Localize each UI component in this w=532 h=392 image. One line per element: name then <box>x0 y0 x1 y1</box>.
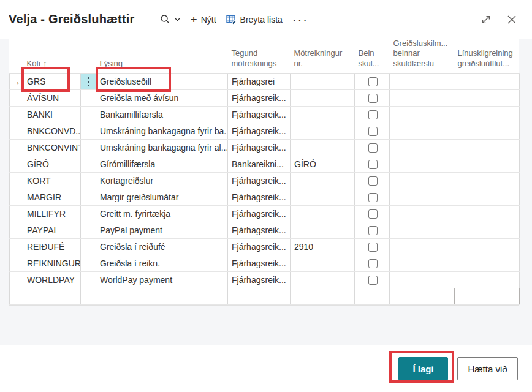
account-no-cell[interactable] <box>291 139 355 156</box>
account-no-cell[interactable] <box>291 123 355 139</box>
expand-button[interactable] <box>478 12 494 28</box>
code-cell[interactable]: BNKCONVINT <box>23 139 81 156</box>
account-no-cell[interactable] <box>291 73 355 89</box>
row-selector-cell[interactable] <box>10 205 23 222</box>
table-row[interactable]: ÁVÍSUNGreiðsla með ávísunFjárhagsreik... <box>10 89 520 106</box>
header-description[interactable]: Lýsing <box>96 39 228 73</box>
direct-debit-checkbox[interactable] <box>368 143 378 153</box>
header-debit-terms[interactable]: Greiðsluskilm... beinnar skuldfærslu <box>390 39 454 73</box>
account-type-cell[interactable]: Fjárhagsreik... <box>228 238 291 255</box>
code-cell[interactable]: GÍRÓ <box>23 156 81 172</box>
account-no-cell[interactable] <box>291 89 355 106</box>
direct-debit-checkbox[interactable] <box>368 77 378 86</box>
direct-debit-cell[interactable] <box>355 189 390 205</box>
row-selector-cell[interactable] <box>10 222 23 238</box>
line-definition-cell[interactable] <box>454 271 520 288</box>
code-cell[interactable]: BANKI <box>23 106 81 123</box>
line-definition-cell[interactable] <box>454 222 520 238</box>
account-type-cell[interactable]: Fjárhagsreik... <box>228 123 291 139</box>
edit-list-button[interactable]: Breyta lista <box>221 10 287 28</box>
account-type-cell[interactable]: Fjárhagsreik... <box>228 172 291 189</box>
description-cell[interactable]: Greitt m. fyrirtækja <box>96 205 228 222</box>
account-no-cell[interactable] <box>291 189 355 205</box>
search-button[interactable] <box>155 10 186 28</box>
direct-debit-checkbox[interactable] <box>368 209 378 219</box>
direct-debit-checkbox[interactable] <box>368 110 378 119</box>
row-selector-cell[interactable] <box>10 189 23 205</box>
direct-debit-cell[interactable] <box>355 271 390 288</box>
new-button[interactable]: + Nýtt <box>186 11 221 28</box>
direct-debit-cell[interactable] <box>355 255 390 271</box>
debit-terms-cell[interactable] <box>390 172 454 189</box>
description-cell[interactable]: Greiðsla í reiðufé <box>96 238 228 255</box>
table-row[interactable]: MILLIFYRGreitt m. fyrirtækjaFjárhagsreik… <box>10 205 520 222</box>
direct-debit-checkbox[interactable] <box>368 160 378 169</box>
row-options-cell[interactable] <box>81 238 96 255</box>
table-row[interactable]: MARGIRMargir greiðslumátarFjárhagsreik..… <box>10 189 520 205</box>
description-cell[interactable]: Kortagreiðslur <box>96 172 228 189</box>
line-definition-cell[interactable] <box>454 205 520 222</box>
direct-debit-cell[interactable] <box>355 172 390 189</box>
row-selector-cell[interactable] <box>10 271 23 288</box>
direct-debit-cell[interactable] <box>355 139 390 156</box>
description-cell[interactable]: Greiðsla með ávísun <box>96 89 228 106</box>
debit-terms-cell[interactable] <box>390 189 454 205</box>
account-no-cell[interactable]: GÍRÓ <box>291 156 355 172</box>
row-selector-cell[interactable] <box>10 255 23 271</box>
direct-debit-cell[interactable] <box>355 222 390 238</box>
row-selector-cell[interactable] <box>10 156 23 172</box>
debit-terms-cell[interactable] <box>390 123 454 139</box>
direct-debit-checkbox[interactable] <box>368 259 378 268</box>
row-options-cell[interactable] <box>81 205 96 222</box>
debit-terms-cell[interactable] <box>390 139 454 156</box>
row-options-cell[interactable] <box>81 73 96 89</box>
account-type-cell[interactable]: Fjárhagsreik... <box>228 222 291 238</box>
account-no-cell[interactable] <box>291 106 355 123</box>
debit-terms-cell[interactable] <box>390 89 454 106</box>
code-cell[interactable]: REIKNINGUR <box>23 255 81 271</box>
account-type-cell[interactable]: Bankareikni... <box>228 156 291 172</box>
row-selector-cell[interactable] <box>10 172 23 189</box>
table-row[interactable]: WORLDPAYWorldPay paymentFjárhagsreik... <box>10 271 520 288</box>
account-type-cell[interactable]: Fjárhagsrei <box>228 73 291 89</box>
direct-debit-cell[interactable] <box>355 123 390 139</box>
line-definition-cell[interactable] <box>454 139 520 156</box>
direct-debit-cell[interactable] <box>355 156 390 172</box>
table-row[interactable]: BNKCONVD...Umskráning bankagagna fyrir b… <box>10 123 520 139</box>
account-type-cell[interactable]: Fjárhagsreik... <box>228 189 291 205</box>
header-code[interactable]: Kóti↑ <box>23 39 81 73</box>
row-options-cell[interactable] <box>81 156 96 172</box>
table-row[interactable]: PAYPALPayPal paymentFjárhagsreik... <box>10 222 520 238</box>
direct-debit-checkbox[interactable] <box>368 226 378 235</box>
direct-debit-checkbox[interactable] <box>368 243 378 252</box>
account-type-cell[interactable]: Fjárhagsreik... <box>228 139 291 156</box>
account-no-cell[interactable]: 2910 <box>291 238 355 255</box>
direct-debit-cell[interactable] <box>355 205 390 222</box>
account-type-cell[interactable]: Fjárhagsreik... <box>228 106 291 123</box>
table-row[interactable]: KORTKortagreiðslurFjárhagsreik... <box>10 172 520 189</box>
table-row[interactable]: BNKCONVINTUmskráning bankagagna fyrir al… <box>10 139 520 156</box>
debit-terms-cell[interactable] <box>390 238 454 255</box>
line-definition-cell[interactable] <box>454 123 520 139</box>
line-definition-cell[interactable] <box>454 189 520 205</box>
account-no-cell[interactable] <box>291 172 355 189</box>
row-options-cell[interactable] <box>81 271 96 288</box>
account-no-cell[interactable] <box>291 255 355 271</box>
line-definition-cell[interactable] <box>454 172 520 189</box>
line-definition-cell[interactable] <box>454 73 520 89</box>
direct-debit-checkbox[interactable] <box>368 176 378 186</box>
code-cell[interactable]: KORT <box>23 172 81 189</box>
row-menu-icon[interactable] <box>88 77 89 86</box>
account-type-cell[interactable]: Fjárhagsreik... <box>228 271 291 288</box>
description-cell[interactable]: Greiðsluseðill <box>96 73 228 89</box>
row-options-cell[interactable] <box>81 189 96 205</box>
description-cell[interactable]: Bankamillifærsla <box>96 106 228 123</box>
code-cell[interactable]: PAYPAL <box>23 222 81 238</box>
direct-debit-cell[interactable] <box>355 73 390 89</box>
code-cell[interactable]: MARGIR <box>23 189 81 205</box>
debit-terms-cell[interactable] <box>390 73 454 89</box>
account-no-cell[interactable] <box>291 222 355 238</box>
debit-terms-cell[interactable] <box>390 222 454 238</box>
line-definition-cell[interactable] <box>454 106 520 123</box>
code-cell[interactable]: BNKCONVD... <box>23 123 81 139</box>
